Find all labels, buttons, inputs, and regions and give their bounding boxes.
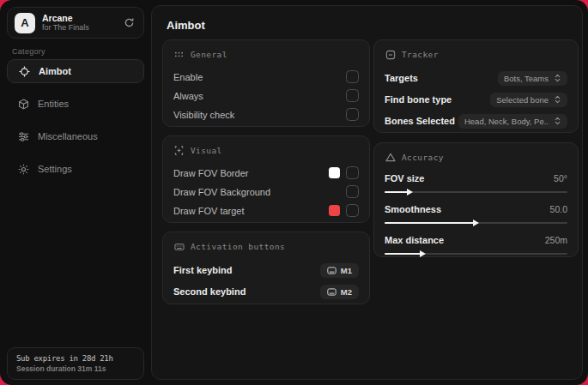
setting-row: Enable bbox=[173, 68, 359, 86]
setting-label: Targets bbox=[385, 73, 418, 83]
setting-row: Find bone type Selected bone bbox=[385, 89, 567, 110]
sidebar-item-settings[interactable]: Settings bbox=[7, 157, 144, 181]
setting-label: Visibility check bbox=[173, 110, 234, 120]
visual-card: Visual Draw FOV Border Draw FOV Backgrou… bbox=[162, 135, 370, 223]
setting-row: Draw FOV Background bbox=[173, 183, 359, 201]
setting-row: Second keybind M2 bbox=[173, 281, 359, 302]
unfold-icon bbox=[554, 117, 561, 125]
max-distance-slider[interactable] bbox=[385, 250, 567, 258]
slider-thumb[interactable] bbox=[407, 189, 413, 196]
setting-label: Smoothness bbox=[385, 204, 441, 214]
setting-row: First keybind M1 bbox=[173, 260, 359, 280]
grid-icon bbox=[173, 49, 185, 60]
app-logo: A bbox=[15, 13, 35, 33]
setting-label: Find bone type bbox=[385, 94, 452, 105]
page-title: Aimbot bbox=[167, 19, 205, 32]
slider-value: 250m bbox=[545, 235, 567, 245]
triangle-icon bbox=[385, 152, 396, 163]
crosshair-icon bbox=[18, 65, 30, 77]
bones-selected-select[interactable]: Head, Neck, Body, Pe.. bbox=[458, 114, 567, 129]
unfold-icon bbox=[554, 95, 561, 104]
minus-box-icon bbox=[385, 49, 396, 60]
plus-box-icon bbox=[173, 145, 185, 156]
fov-size-slider[interactable] bbox=[385, 188, 567, 196]
general-card: General Enable Always Visibility check bbox=[162, 39, 370, 127]
card-title: Accuracy bbox=[402, 153, 444, 162]
card-title: Visual bbox=[191, 146, 222, 155]
tracker-card: Tracker Targets Bots, Teams Find bone bbox=[373, 39, 579, 133]
second-keybind-button[interactable]: M2 bbox=[320, 285, 359, 299]
smoothness-slider[interactable] bbox=[385, 219, 567, 227]
visibility-check-checkbox[interactable] bbox=[346, 108, 359, 121]
cube-icon bbox=[17, 98, 29, 110]
sidebar-nav: Aimbot Entities bbox=[7, 59, 144, 182]
setting-row: Targets Bots, Teams bbox=[385, 68, 567, 88]
sidebar-item-entities[interactable]: Entities bbox=[7, 92, 144, 116]
setting-row: Visibility check bbox=[173, 105, 359, 123]
setting-row: Bones Selected Head, Neck, Body, Pe.. bbox=[385, 111, 567, 131]
accuracy-card: Accuracy FOV size 50° Smoothness bbox=[373, 142, 579, 257]
keybind-value: M1 bbox=[341, 266, 352, 275]
setting-row: Always bbox=[173, 87, 359, 105]
keybind-value: M2 bbox=[341, 287, 352, 297]
first-keybind-button[interactable]: M1 bbox=[320, 263, 359, 278]
slider-value: 50° bbox=[554, 173, 567, 183]
enable-checkbox[interactable] bbox=[346, 70, 359, 83]
draw-fov-border-checkbox[interactable] bbox=[346, 166, 359, 179]
key-icon bbox=[327, 267, 336, 274]
card-title: General bbox=[191, 50, 227, 59]
sidebar-item-label: Aimbot bbox=[39, 66, 71, 76]
activation-card: Activation buttons First keybind M1 bbox=[162, 232, 370, 304]
setting-label: First keybind bbox=[173, 265, 232, 275]
app-name: Arcane bbox=[42, 13, 114, 23]
gear-icon bbox=[17, 163, 29, 175]
setting-label: Draw FOV Border bbox=[173, 168, 248, 178]
setting-label: Enable bbox=[173, 72, 203, 82]
keyboard-icon bbox=[173, 241, 185, 252]
setting-label: Always bbox=[173, 91, 203, 101]
sidebar-item-label: Settings bbox=[38, 164, 72, 174]
sidebar-item-label: Miscellaneous bbox=[38, 131, 98, 141]
session-duration-text: Session duration 31m 11s bbox=[16, 364, 135, 373]
slider-group: Max distance 250m bbox=[385, 232, 567, 258]
setting-row: Draw FOV Border bbox=[173, 164, 359, 182]
sidebar: A Arcane for The Finals Category bbox=[0, 0, 151, 385]
setting-label: Max distance bbox=[385, 235, 444, 245]
sliders-icon bbox=[17, 130, 29, 142]
fov-border-color-swatch[interactable] bbox=[329, 167, 340, 178]
find-bone-type-select[interactable]: Selected bone bbox=[490, 93, 567, 107]
app-subtitle: for The Finals bbox=[42, 23, 114, 32]
main-panel: Aimbot General Enable bbox=[151, 5, 583, 380]
setting-label: Second keybind bbox=[173, 286, 246, 297]
slider-group: Smoothness 50.0 bbox=[385, 202, 567, 227]
sub-expires-text: Sub expires in 28d 21h bbox=[16, 354, 135, 363]
card-title: Activation buttons bbox=[191, 242, 285, 251]
slider-thumb[interactable] bbox=[420, 250, 426, 257]
key-icon bbox=[327, 288, 336, 296]
sidebar-item-label: Entities bbox=[38, 99, 69, 109]
always-checkbox[interactable] bbox=[346, 89, 359, 102]
select-value: Head, Neck, Body, Pe.. bbox=[464, 117, 549, 126]
app-window: A Arcane for The Finals Category bbox=[0, 0, 588, 385]
targets-select[interactable]: Bots, Teams bbox=[498, 71, 567, 86]
card-title: Tracker bbox=[402, 50, 439, 59]
draw-fov-background-checkbox[interactable] bbox=[346, 185, 359, 198]
setting-label: FOV size bbox=[385, 173, 424, 183]
setting-label: Bones Selected bbox=[385, 116, 455, 126]
select-value: Bots, Teams bbox=[504, 74, 549, 83]
slider-value: 50.0 bbox=[550, 204, 567, 214]
sync-icon[interactable] bbox=[121, 15, 136, 31]
slider-thumb[interactable] bbox=[473, 220, 479, 226]
setting-label: Draw FOV target bbox=[173, 206, 245, 216]
slider-group: FOV size 50° bbox=[385, 171, 567, 196]
category-label: Category bbox=[12, 47, 45, 56]
setting-label: Draw FOV Background bbox=[173, 187, 270, 197]
sidebar-item-aimbot[interactable]: Aimbot bbox=[7, 59, 144, 83]
subscription-status: Sub expires in 28d 21h Session duration … bbox=[7, 347, 144, 380]
sidebar-item-miscellaneous[interactable]: Miscellaneous bbox=[7, 124, 144, 148]
select-value: Selected bone bbox=[496, 95, 549, 105]
fov-target-color-swatch[interactable] bbox=[329, 205, 340, 216]
setting-row: Draw FOV target bbox=[173, 202, 359, 220]
screen-background: A Arcane for The Finals Category bbox=[0, 0, 588, 385]
draw-fov-target-checkbox[interactable] bbox=[346, 204, 359, 217]
